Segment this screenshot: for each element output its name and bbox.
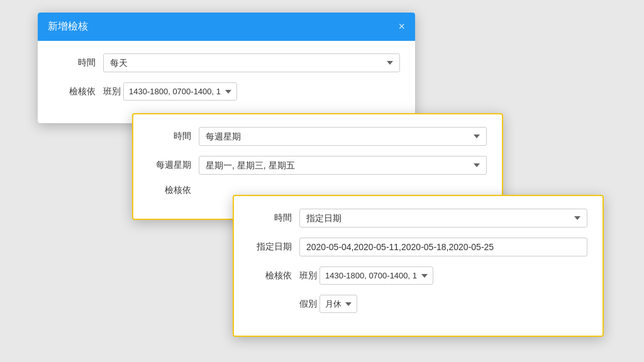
label-shift-3: 班別: [299, 270, 317, 282]
form-row-dates-3: 指定日期: [249, 238, 587, 256]
select-time-3[interactable]: 每天每週星期指定日期: [299, 209, 587, 228]
select-time-1[interactable]: 每天每週星期指定日期: [103, 53, 400, 72]
form-row-time-2: 時間 每天每週星期指定日期: [148, 127, 487, 146]
control-weekly-2: 星期一, 星期三, 星期五: [199, 156, 487, 175]
label-checkby-2: 檢核依: [148, 185, 199, 196]
control-time-3: 每天每週星期指定日期: [299, 209, 587, 228]
inline-group-shift-3: 班別 1430-1800, 0700-1400, 1: [299, 266, 587, 285]
label-time-2: 時間: [148, 131, 199, 142]
form-row-time-1: 時間 每天每週星期指定日期: [53, 53, 400, 72]
inline-group-shift-1: 班別 1430-1800, 0700-1400, 1: [103, 82, 400, 101]
select-weekly-2[interactable]: 星期一, 星期三, 星期五: [199, 156, 487, 175]
form-row-holiday-3: 假別 月休: [249, 295, 587, 313]
dialog-every-day: 新增檢核 × 時間 每天每週星期指定日期 檢核依 班別 1430-1800, 0…: [38, 13, 415, 123]
label-checkby-3: 檢核依: [249, 270, 299, 282]
form-row-checkby-1: 檢核依 班別 1430-1800, 0700-1400, 1: [53, 82, 400, 101]
form-row-checkby-3: 檢核依 班別 1430-1800, 0700-1400, 1: [249, 266, 587, 285]
label-holiday-3: 假別: [299, 299, 317, 310]
form-row-weekly-2: 每週星期 星期一, 星期三, 星期五: [148, 156, 487, 175]
label-dates-3: 指定日期: [249, 241, 299, 253]
control-time-1: 每天每週星期指定日期: [103, 53, 400, 72]
control-checkby-1: 班別 1430-1800, 0700-1400, 1: [103, 82, 400, 101]
label-checkby-1: 檢核依: [53, 86, 103, 97]
label-shift-1: 班別: [103, 86, 121, 97]
dialog-close-1[interactable]: ×: [398, 20, 405, 33]
dialog-body-1: 時間 每天每週星期指定日期 檢核依 班別 1430-1800, 0700-140…: [38, 41, 415, 123]
control-holiday-3: 假別 月休: [299, 295, 587, 313]
control-checkby-3: 班別 1430-1800, 0700-1400, 1: [299, 266, 587, 285]
dialog-header-1: 新增檢核 ×: [38, 13, 415, 41]
dialog-title-1: 新增檢核: [48, 20, 88, 33]
control-time-2: 每天每週星期指定日期: [199, 127, 487, 146]
label-weekly-2: 每週星期: [148, 160, 199, 171]
label-time-1: 時間: [53, 57, 103, 69]
select-holiday-3[interactable]: 月休: [319, 295, 357, 313]
label-time-3: 時間: [249, 212, 299, 224]
inline-group-holiday-3: 假別 月休: [299, 295, 587, 313]
form-row-time-3: 時間 每天每週星期指定日期: [249, 209, 587, 228]
select-shift-1[interactable]: 1430-1800, 0700-1400, 1: [123, 82, 237, 101]
control-dates-3: [299, 238, 587, 256]
select-shift-3[interactable]: 1430-1800, 0700-1400, 1: [319, 266, 433, 285]
select-time-2[interactable]: 每天每週星期指定日期: [199, 127, 487, 146]
input-dates-3[interactable]: [299, 238, 587, 256]
dialog-body-3: 時間 每天每週星期指定日期 指定日期 檢核依 班別 1430-1800, 070…: [234, 196, 602, 336]
dialog-specific-date: 時間 每天每週星期指定日期 指定日期 檢核依 班別 1430-1800, 070…: [233, 195, 604, 337]
